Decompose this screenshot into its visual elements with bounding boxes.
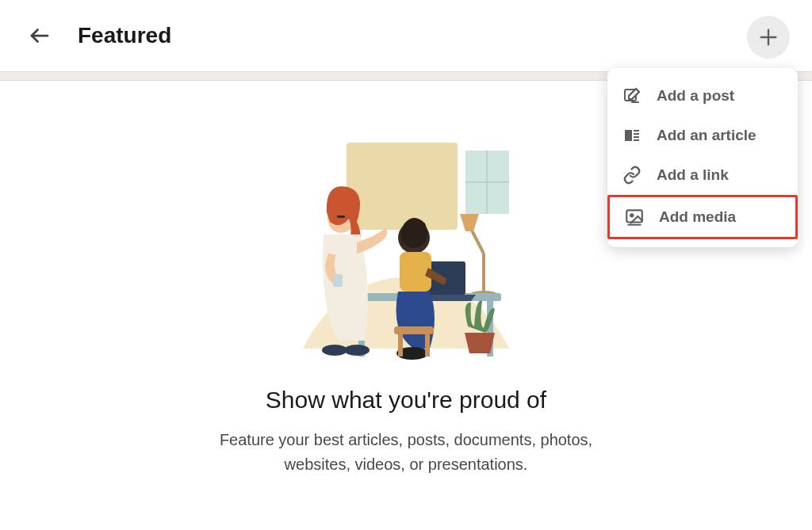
menu-item-add-post[interactable]: Add a post: [607, 76, 798, 116]
back-button[interactable]: [24, 20, 56, 51]
svg-rect-19: [425, 334, 430, 357]
svg-rect-28: [634, 133, 639, 135]
svg-point-24: [344, 345, 370, 356]
svg-rect-17: [394, 326, 434, 334]
menu-item-label: Add media: [659, 208, 736, 226]
page-title: Featured: [78, 23, 171, 48]
add-menu: Add a post Add an article Add a link: [607, 68, 798, 247]
add-button[interactable]: [747, 16, 790, 59]
svg-rect-3: [347, 143, 458, 230]
plus-icon: [757, 26, 779, 48]
svg-rect-21: [337, 215, 345, 218]
header-bar: Featured: [0, 0, 812, 71]
svg-rect-27: [634, 130, 639, 132]
empty-state-body: Feature your best articles, posts, docum…: [216, 428, 596, 477]
empty-state-headline: Show what you're proud of: [266, 387, 546, 414]
svg-rect-29: [634, 136, 639, 138]
menu-item-add-link[interactable]: Add a link: [607, 155, 798, 195]
menu-item-label: Add an article: [657, 127, 756, 144]
menu-item-add-article[interactable]: Add an article: [607, 116, 798, 155]
featured-illustration: [271, 95, 541, 364]
svg-rect-22: [333, 274, 343, 287]
article-icon: [622, 125, 642, 146]
svg-rect-18: [398, 334, 403, 357]
arrow-left-icon: [28, 24, 52, 48]
media-icon: [624, 207, 645, 227]
illustration-svg: [271, 95, 541, 364]
svg-point-32: [630, 214, 633, 216]
svg-point-23: [322, 345, 347, 356]
svg-rect-26: [625, 130, 632, 141]
menu-item-label: Add a link: [657, 166, 729, 184]
svg-rect-30: [634, 139, 639, 141]
compose-icon: [622, 86, 642, 106]
link-icon: [622, 165, 642, 185]
menu-item-add-media[interactable]: Add media: [607, 195, 798, 239]
menu-item-label: Add a post: [657, 87, 734, 105]
